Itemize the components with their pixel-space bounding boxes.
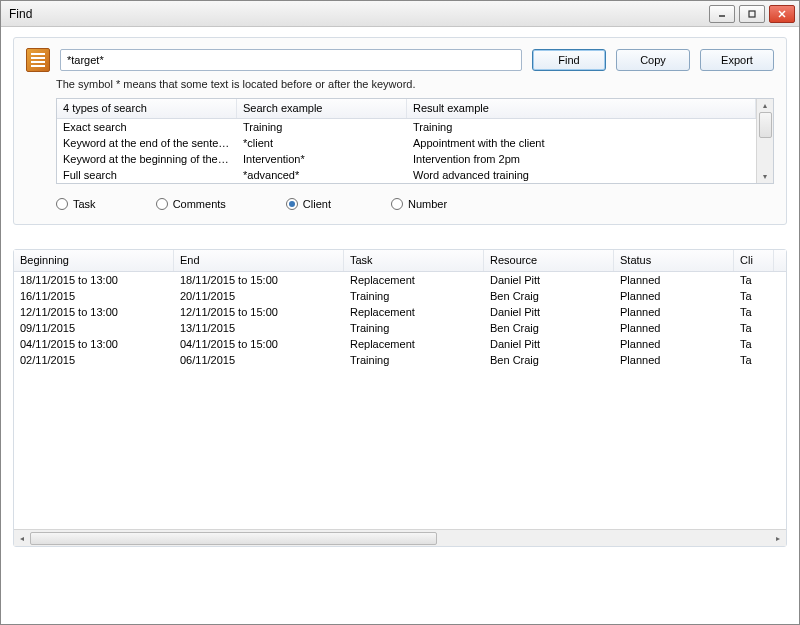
window-title: Find <box>9 7 709 21</box>
example-row[interactable]: Keyword at the beginning of the s... Int… <box>57 151 756 167</box>
radio-client[interactable]: Client <box>286 198 331 210</box>
maximize-button[interactable] <box>739 5 765 23</box>
results-header-row: Beginning End Task Resource Status Cli <box>14 250 786 272</box>
search-scope-radios: Task Comments Client Number <box>56 198 774 210</box>
find-button[interactable]: Find <box>532 49 606 71</box>
radio-icon <box>56 198 68 210</box>
example-scrollbar[interactable]: ▴ ▾ <box>756 99 773 183</box>
table-row[interactable]: 16/11/2015 20/11/2015 Training Ben Craig… <box>14 288 786 304</box>
col-end[interactable]: End <box>174 250 344 271</box>
copy-button[interactable]: Copy <box>616 49 690 71</box>
title-bar: Find <box>1 1 799 27</box>
example-row[interactable]: Exact search Training Training <box>57 119 756 135</box>
radio-label: Task <box>73 198 96 210</box>
close-button[interactable] <box>769 5 795 23</box>
example-table: 4 types of search Search example Result … <box>56 98 774 184</box>
scroll-thumb[interactable] <box>759 112 772 138</box>
table-row[interactable]: 18/11/2015 to 13:00 18/11/2015 to 15:00 … <box>14 272 786 288</box>
col-client[interactable]: Cli <box>734 250 774 271</box>
table-row[interactable]: 04/11/2015 to 13:00 04/11/2015 to 15:00 … <box>14 336 786 352</box>
svg-rect-1 <box>749 11 755 17</box>
scroll-down-icon[interactable]: ▾ <box>763 172 767 181</box>
radio-icon <box>156 198 168 210</box>
search-icon <box>26 48 50 72</box>
radio-number[interactable]: Number <box>391 198 447 210</box>
radio-icon <box>391 198 403 210</box>
radio-label: Comments <box>173 198 226 210</box>
table-row[interactable]: 12/11/2015 to 13:00 12/11/2015 to 15:00 … <box>14 304 786 320</box>
radio-label: Number <box>408 198 447 210</box>
col-resource[interactable]: Resource <box>484 250 614 271</box>
search-hint: The symbol * means that some text is loc… <box>56 78 774 90</box>
minimize-button[interactable] <box>709 5 735 23</box>
export-button[interactable]: Export <box>700 49 774 71</box>
scroll-up-icon[interactable]: ▴ <box>763 101 767 110</box>
scroll-right-icon[interactable]: ▸ <box>770 534 786 543</box>
col-status[interactable]: Status <box>614 250 734 271</box>
col-task[interactable]: Task <box>344 250 484 271</box>
search-input[interactable] <box>60 49 522 71</box>
scroll-thumb[interactable] <box>30 532 437 545</box>
example-header-example[interactable]: Search example <box>237 99 407 118</box>
results-panel: Beginning End Task Resource Status Cli 1… <box>13 249 787 547</box>
table-row[interactable]: 02/11/2015 06/11/2015 Training Ben Craig… <box>14 352 786 368</box>
radio-icon <box>286 198 298 210</box>
example-header-type[interactable]: 4 types of search <box>57 99 237 118</box>
example-header-result[interactable]: Result example <box>407 99 756 118</box>
table-row[interactable]: 09/11/2015 13/11/2015 Training Ben Craig… <box>14 320 786 336</box>
example-row[interactable]: Keyword at the end of the senten... *cli… <box>57 135 756 151</box>
example-row[interactable]: Full search *advanced* Word advanced tra… <box>57 167 756 183</box>
scroll-left-icon[interactable]: ◂ <box>14 534 30 543</box>
search-panel: Find Copy Export The symbol * means that… <box>13 37 787 225</box>
radio-comments[interactable]: Comments <box>156 198 226 210</box>
example-header-row: 4 types of search Search example Result … <box>57 99 756 119</box>
radio-label: Client <box>303 198 331 210</box>
col-beginning[interactable]: Beginning <box>14 250 174 271</box>
radio-task[interactable]: Task <box>56 198 96 210</box>
results-h-scrollbar[interactable]: ◂ ▸ <box>14 529 786 546</box>
scroll-track[interactable] <box>30 532 770 545</box>
results-body: 18/11/2015 to 13:00 18/11/2015 to 15:00 … <box>14 272 786 529</box>
window-controls <box>709 5 795 23</box>
